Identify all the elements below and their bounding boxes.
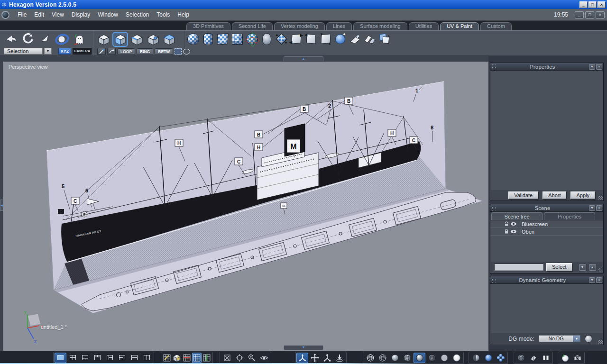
panel-close-button[interactable]: × — [596, 64, 602, 70]
display-wireframe-button[interactable] — [364, 353, 376, 363]
grid-side-button[interactable] — [202, 353, 212, 363]
texture-panels-button[interactable] — [540, 353, 552, 363]
render-camera-button[interactable] — [571, 353, 583, 363]
apply-button[interactable]: Apply — [570, 191, 595, 199]
layout-two-columns-button[interactable] — [141, 353, 153, 363]
app-minimize-button[interactable]: _ — [575, 11, 584, 18]
lasso-select-icon[interactable] — [183, 49, 190, 55]
working-box-lock-button[interactable] — [172, 353, 182, 363]
shading-half-button[interactable] — [470, 353, 482, 363]
uv-box-mapping-icon[interactable] — [230, 32, 244, 46]
visibility-eye-icon[interactable] — [510, 229, 517, 234]
uv-seam-brush-icon[interactable] — [348, 32, 362, 46]
undo-icon[interactable] — [3, 32, 19, 47]
redo-icon[interactable] — [20, 32, 36, 47]
properties-panel-header[interactable]: Properties ▼ × — [490, 63, 603, 71]
tab-3d-primitives[interactable]: 3D Primitives — [186, 22, 230, 30]
tab-custom[interactable]: Custom — [480, 22, 512, 30]
scroll-down-button[interactable]: ▼ — [579, 264, 586, 271]
select-edge-cube-icon[interactable] — [129, 32, 144, 47]
rectangle-select-icon[interactable] — [175, 48, 182, 55]
uv-stitch-icon[interactable] — [363, 32, 377, 46]
drag-grip-icon[interactable] — [492, 64, 496, 70]
layout-one-top-two-bottom-button[interactable] — [79, 353, 91, 363]
select-facet-cube-icon[interactable] — [162, 32, 176, 47]
paint-select-icon[interactable] — [97, 48, 106, 55]
loop-button[interactable]: LOOP — [117, 48, 135, 55]
tab-second-life[interactable]: Second Life — [232, 22, 273, 30]
panel-collapse-button[interactable]: ▼ — [589, 277, 595, 283]
uv-planar-mapping-icon[interactable] — [216, 32, 230, 46]
abort-button[interactable]: Abort — [543, 191, 566, 199]
tab-uv-paint[interactable]: UV & Paint — [440, 22, 479, 30]
layout-single-view-button[interactable] — [55, 353, 66, 363]
render-sparkle-button[interactable] — [559, 353, 571, 363]
axis-gizmo[interactable]: y x Z — [24, 309, 43, 344]
grid-top-button[interactable] — [192, 353, 202, 363]
panel-close-button[interactable]: × — [596, 205, 602, 211]
grid-edit-button[interactable] — [162, 353, 172, 363]
uv-unfold-split-icon[interactable]: ◀ — [304, 32, 318, 46]
menu-tools[interactable]: Tools — [153, 11, 174, 18]
manipulator-drop-button[interactable] — [333, 353, 345, 363]
select-button[interactable]: Select — [546, 263, 572, 271]
selection-dropdown-arrow[interactable]: ▼ — [44, 48, 52, 55]
texture-prism-button[interactable] — [527, 353, 539, 363]
manipulator-scale-button[interactable] — [321, 353, 333, 363]
selection-mode-dropdown[interactable]: Selection — [4, 48, 43, 55]
lock-icon[interactable] — [504, 229, 509, 234]
examine-view-button[interactable] — [258, 353, 270, 363]
dg-dropdown-arrow-icon[interactable]: ▼ — [573, 336, 580, 342]
uv-unfold-star-icon[interactable]: ▲▼ — [275, 32, 288, 46]
ghost-mode-icon[interactable] — [71, 32, 87, 47]
scene-tree-row-oben[interactable]: Oben — [490, 228, 603, 236]
grid-front-button[interactable] — [182, 353, 192, 363]
uv-pack-icon[interactable] — [377, 32, 391, 46]
texture-faceted-button[interactable] — [515, 353, 527, 363]
minimize-button[interactable]: _ — [579, 1, 588, 8]
scene-tree-row-bluescreen[interactable]: Bluescreen — [490, 220, 603, 228]
zoom-view-button[interactable] — [246, 353, 258, 363]
display-flat-button[interactable] — [438, 353, 450, 363]
tab-utilities[interactable]: Utilities — [409, 22, 439, 30]
panel-resize-grip[interactable] — [598, 196, 603, 200]
scroll-up-button[interactable]: ▲ — [589, 264, 596, 271]
camera-mode-button[interactable]: CAMERA — [73, 48, 92, 55]
menu-window[interactable]: Window — [94, 11, 122, 18]
validate-button[interactable]: Validate — [508, 191, 538, 199]
display-hidden-line-button[interactable] — [377, 353, 388, 363]
scene-object-label[interactable]: Bluescreen — [522, 221, 548, 227]
display-shaded-button[interactable] — [389, 353, 401, 363]
display-bright-button[interactable] — [451, 353, 462, 363]
menu-file[interactable]: File — [14, 11, 30, 18]
menu-help[interactable]: Help — [174, 11, 193, 18]
restore-button[interactable]: □ — [589, 1, 597, 8]
manipulator-move-button[interactable] — [309, 353, 321, 363]
uv-flip-plane-icon[interactable]: ▼▲ — [319, 32, 332, 46]
drag-grip-icon[interactable] — [492, 277, 496, 283]
panel-collapse-button[interactable]: ▼ — [589, 64, 595, 70]
dg-preview-sphere-button[interactable] — [585, 335, 592, 343]
shading-multi-button[interactable] — [495, 353, 506, 363]
select-object-cube-icon[interactable] — [96, 32, 111, 47]
uv-face-unwrap-icon[interactable] — [260, 32, 274, 46]
uv-pin-sphere-icon[interactable]: ▲ — [333, 32, 347, 46]
tab-scene-tree[interactable]: Scene tree — [491, 212, 543, 220]
panel-resize-grip[interactable] — [598, 268, 603, 273]
left-dock-handle[interactable]: ◀ — [0, 200, 3, 211]
fit-view-button[interactable] — [221, 353, 233, 363]
tab-surface-modeling[interactable]: Surface modeling — [353, 22, 407, 30]
app-close-button[interactable]: × — [596, 11, 605, 18]
manipulator-universal-button[interactable] — [296, 353, 308, 363]
panel-resize-grip[interactable] — [598, 340, 603, 344]
layout-two-left-one-right-button[interactable] — [116, 353, 128, 363]
layout-two-rows-button[interactable] — [129, 353, 140, 363]
menu-display[interactable]: Display — [68, 11, 94, 18]
center-view-button[interactable] — [233, 353, 245, 363]
panel-close-button[interactable]: × — [596, 277, 602, 283]
layout-two-top-one-bottom-button[interactable] — [92, 353, 103, 363]
drag-grip-icon[interactable] — [492, 205, 496, 211]
uv-unfold-plane-icon[interactable]: ◀▶ — [289, 32, 303, 46]
dynamic-geometry-header[interactable]: Dynamic Geometry ▼ × — [490, 276, 603, 284]
wall-plane-bluescreen[interactable]: HAWAIIAN PILOT — [46, 82, 446, 303]
